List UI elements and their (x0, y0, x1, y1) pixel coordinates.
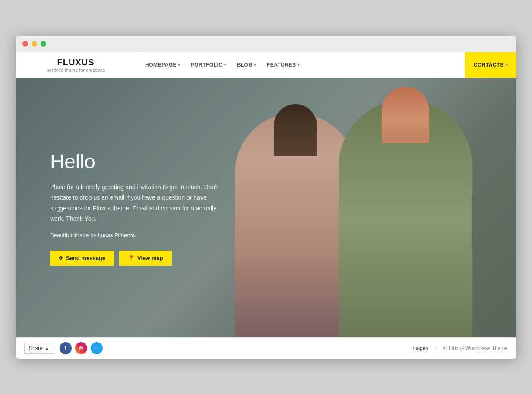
hero-credit: Beautiful image by Lucas Pimenta. (50, 232, 231, 238)
footer-right: Images / © Fluxus Wordpress Theme (411, 345, 508, 351)
share-button[interactable]: Share ▲ (24, 343, 54, 354)
browser-window: FLUXUS portfolio theme for creatives HOM… (16, 36, 516, 359)
chevron-icon: ▾ (254, 63, 256, 67)
site-nav: FLUXUS portfolio theme for creatives HOM… (16, 52, 516, 78)
footer-divider: / (435, 345, 437, 351)
traffic-light-red[interactable] (22, 41, 28, 47)
view-map-button[interactable]: 📍 View map (119, 251, 172, 266)
facebook-icon[interactable]: f (60, 342, 72, 354)
traffic-light-green[interactable] (41, 41, 46, 47)
site-footer: Share ▲ f ◎ 🐦 Images / © Fluxus Wordpres… (16, 337, 516, 359)
footer-copyright: © Fluxus Wordpress Theme (443, 345, 508, 351)
contacts-button[interactable]: CONTACTS ▾ (465, 52, 516, 78)
figure-right (339, 100, 472, 337)
paper-plane-icon: ✈ (59, 255, 63, 261)
images-link[interactable]: Images (411, 345, 428, 351)
chevron-icon: ▾ (178, 63, 180, 67)
hero-heading: Hello (50, 150, 231, 173)
map-pin-icon: 📍 (128, 255, 135, 261)
chevron-up-icon: ▲ (44, 345, 50, 351)
figure-left (235, 113, 356, 337)
chevron-icon: ▾ (224, 63, 227, 67)
browser-chrome (16, 36, 516, 52)
nav-item-blog[interactable]: BLOG ▾ (237, 62, 256, 68)
hero-buttons: ✈ Send message 📍 View map (50, 251, 231, 266)
chevron-down-icon: ▾ (506, 63, 508, 67)
nav-item-features[interactable]: FEATURES ▾ (267, 62, 300, 68)
hero-section: Hello Place for a friendly greeting and … (16, 78, 516, 337)
brand-area: FLUXUS portfolio theme for creatives (16, 52, 136, 78)
nav-item-portfolio[interactable]: PORTFOLIO ▾ (191, 62, 227, 68)
hero-left: Hello Place for a friendly greeting and … (50, 150, 231, 266)
nav-links: HOMEPAGE ▾ PORTFOLIO ▾ BLOG ▾ FEATURES ▾ (136, 52, 465, 78)
traffic-light-yellow[interactable] (32, 41, 37, 47)
twitter-icon[interactable]: 🐦 (91, 342, 103, 354)
chevron-icon: ▾ (298, 63, 300, 67)
brand-name: FLUXUS (57, 57, 95, 67)
hero-description: Place for a friendly greeting and invita… (50, 182, 231, 224)
send-message-button[interactable]: ✈ Send message (50, 251, 114, 266)
nav-item-homepage[interactable]: HOMEPAGE ▾ (145, 62, 180, 68)
credit-link[interactable]: Lucas Pimenta (98, 232, 135, 238)
brand-tagline: portfolio theme for creatives (47, 67, 105, 73)
instagram-icon[interactable]: ◎ (75, 342, 87, 354)
social-icons: f ◎ 🐦 (60, 342, 103, 354)
